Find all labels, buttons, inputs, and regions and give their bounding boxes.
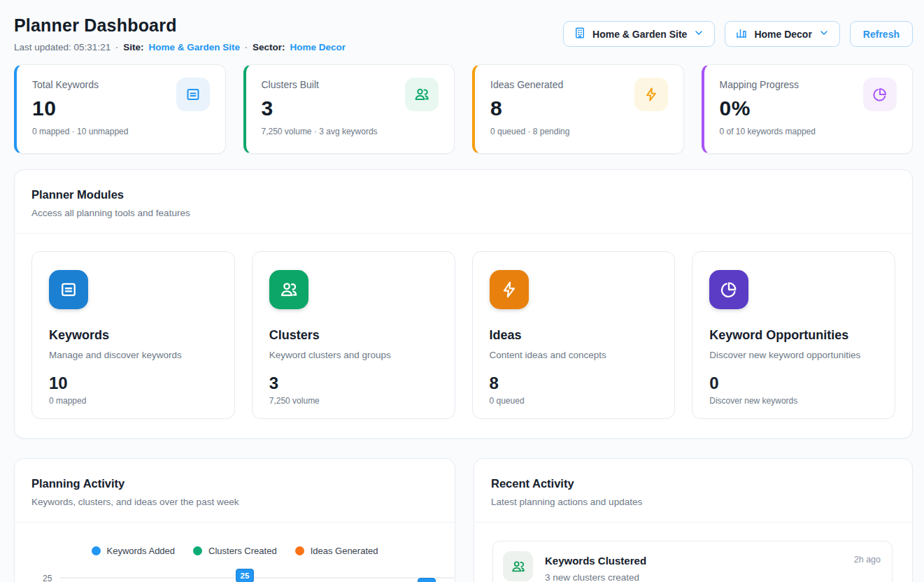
module-description: Content ideas and concepts [490, 350, 658, 360]
planning-activity-panel: Planning Activity Keywords, clusters, an… [14, 458, 455, 582]
legend-item-clusters-created[interactable]: Clusters Created [193, 546, 277, 556]
line-chart-canvas [60, 567, 456, 582]
users-icon [405, 78, 439, 111]
planning-activity-subtitle: Keywords, clusters, and ideas over the p… [31, 497, 438, 507]
module-sub: 7,250 volume [269, 396, 438, 406]
activity-item-keywords-clustered[interactable]: Keywords Clustered 3 new clusters create… [492, 541, 893, 582]
recent-activity-panel: Recent Activity Latest planning actions … [474, 458, 913, 582]
module-stat: 3 [269, 374, 438, 393]
module-stat: 8 [490, 374, 658, 393]
data-point-label-25: 25 [236, 569, 254, 582]
users-icon [503, 551, 533, 581]
document-lines-icon [49, 270, 88, 309]
sector-link[interactable]: Home Decor [290, 42, 346, 52]
stat-sub: 0 of 10 keywords mapped [720, 127, 897, 136]
meta-separator: · [245, 43, 248, 52]
module-title: Keyword Opportunities [709, 328, 878, 343]
modules-panel-title: Planner Modules [31, 188, 895, 201]
activity-item-description: 3 new clusters created [545, 572, 646, 582]
modules-panel-subtitle: Access all planning tools and features [31, 208, 895, 218]
document-lines-icon [176, 78, 210, 111]
bar-chart-icon [735, 27, 748, 41]
bottom-row: Planning Activity Keywords, clusters, an… [14, 458, 913, 582]
site-selector-value: Home & Garden Site [592, 29, 687, 40]
last-updated-text: Last updated: 05:31:21 [14, 42, 111, 52]
recent-activity-subtitle: Latest planning actions and updates [491, 497, 895, 507]
legend-dot-icon [92, 546, 101, 555]
module-sub: 0 queued [490, 396, 658, 406]
legend-label: Keywords Added [107, 546, 176, 556]
header-meta: Last updated: 05:31:21 · Site: Home & Ga… [14, 42, 346, 52]
module-sub: Discover new keywords [709, 396, 878, 406]
activity-item-title: Keywords Clustered [545, 555, 646, 567]
stat-sub: 0 mapped · 10 unmapped [32, 127, 210, 136]
legend-item-ideas-generated[interactable]: Ideas Generated [295, 546, 378, 556]
planner-dashboard-page: Planner Dashboard Last updated: 05:31:21… [0, 0, 924, 582]
stat-sub: 0 queued · 8 pending [490, 127, 668, 136]
lightning-bolt-icon [490, 270, 529, 309]
stat-cards-row: Total Keywords 10 0 mapped · 10 unmapped… [14, 64, 913, 154]
activity-item-timestamp: 2h ago [854, 555, 881, 565]
module-title: Keywords [49, 328, 218, 343]
planning-activity-header: Planning Activity Keywords, clusters, an… [15, 459, 455, 507]
module-sub: 0 mapped [49, 396, 218, 406]
data-point-label-24: 24 [418, 578, 436, 582]
page-header: Planner Dashboard Last updated: 05:31:21… [14, 15, 913, 52]
site-label: Site: [123, 42, 143, 52]
page-title: Planner Dashboard [14, 15, 346, 36]
planning-activity-title: Planning Activity [31, 477, 438, 490]
stat-card-total-keywords[interactable]: Total Keywords 10 0 mapped · 10 unmapped [14, 64, 226, 154]
chevron-down-icon [693, 27, 704, 41]
sector-label: Sector: [253, 42, 285, 52]
module-description: Manage and discover keywords [49, 350, 218, 360]
module-card-keywords[interactable]: Keywords Manage and discover keywords 10… [31, 251, 235, 419]
stat-card-clusters-built[interactable]: Clusters Built 3 7,250 volume · 3 avg ke… [243, 64, 455, 154]
y-axis-tick-25: 25 [43, 574, 52, 582]
site-link[interactable]: Home & Garden Site [148, 42, 240, 52]
meta-separator: · [115, 43, 118, 52]
legend-label: Clusters Created [208, 546, 277, 556]
lightning-bolt-icon [634, 78, 668, 111]
divider [474, 522, 912, 523]
legend-item-keywords-added[interactable]: Keywords Added [92, 546, 176, 556]
stat-card-ideas-generated[interactable]: Ideas Generated 8 0 queued · 8 pending [472, 64, 684, 154]
legend-label: Ideas Generated [311, 546, 378, 556]
planner-modules-panel: Planner Modules Access all planning tool… [14, 169, 913, 439]
pie-chart-icon [709, 270, 748, 309]
pie-chart-icon [863, 78, 897, 111]
modules-panel-header: Planner Modules Access all planning tool… [15, 170, 912, 218]
modules-grid: Keywords Manage and discover keywords 10… [15, 234, 912, 419]
module-description: Keyword clusters and groups [269, 350, 438, 360]
chevron-down-icon [818, 27, 830, 41]
module-title: Ideas [490, 328, 658, 343]
sector-selector-value: Home Decor [754, 29, 811, 40]
chart-legend: Keywords Added Clusters Created Ideas Ge… [15, 546, 455, 556]
module-card-clusters[interactable]: Clusters Keyword clusters and groups 3 7… [252, 251, 455, 419]
stat-sub: 7,250 volume · 3 avg keywords [262, 127, 439, 136]
users-icon [269, 270, 308, 309]
legend-dot-icon [295, 546, 304, 555]
module-stat: 0 [709, 374, 878, 393]
sector-selector-dropdown[interactable]: Home Decor [725, 21, 839, 47]
activity-item-body: Keywords Clustered 3 new clusters create… [545, 551, 646, 582]
recent-activity-title: Recent Activity [491, 477, 895, 490]
module-card-keyword-opportunities[interactable]: Keyword Opportunities Discover new keywo… [692, 251, 895, 419]
planning-activity-chart: Keywords Added Clusters Created Ideas Ge… [15, 523, 455, 582]
module-description: Discover new keyword opportunities [709, 350, 878, 360]
building-icon [574, 27, 586, 41]
header-controls: Home & Garden Site Home Decor Refresh [563, 21, 913, 47]
legend-dot-icon [193, 546, 202, 555]
module-title: Clusters [269, 328, 438, 343]
module-stat: 10 [49, 374, 218, 393]
refresh-button[interactable]: Refresh [850, 21, 913, 47]
header-left: Planner Dashboard Last updated: 05:31:21… [14, 15, 346, 52]
module-card-ideas[interactable]: Ideas Content ideas and concepts 8 0 que… [472, 251, 676, 419]
site-selector-dropdown[interactable]: Home & Garden Site [563, 21, 715, 47]
recent-activity-header: Recent Activity Latest planning actions … [474, 459, 912, 507]
stat-card-mapping-progress[interactable]: Mapping Progress 0% 0 of 10 keywords map… [702, 64, 914, 154]
